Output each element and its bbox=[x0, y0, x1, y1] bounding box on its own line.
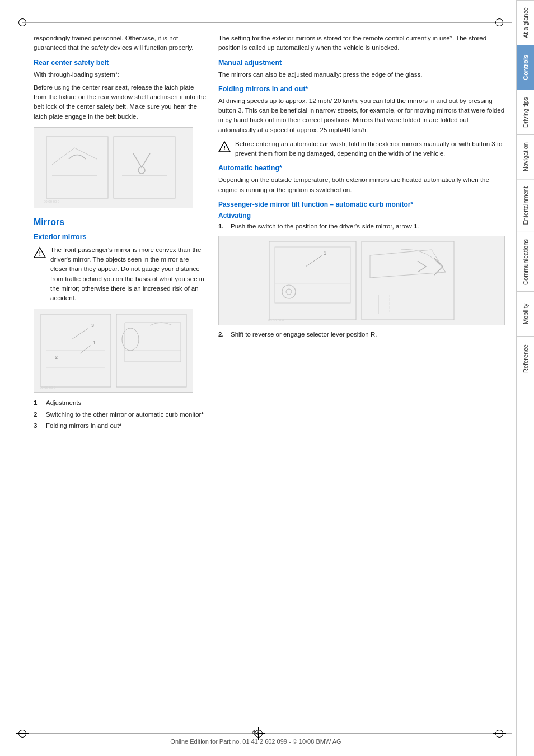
folding-warning-triangle-icon: ! bbox=[218, 141, 231, 153]
svg-text:2: 2 bbox=[55, 354, 58, 360]
tab-controls[interactable]: Controls bbox=[517, 45, 534, 90]
automatic-heating-section: Automatic heating* Depending on the outs… bbox=[218, 164, 505, 195]
svg-line-4 bbox=[74, 148, 97, 159]
manual-adjustment-heading: Manual adjustment bbox=[218, 59, 505, 67]
svg-line-14 bbox=[72, 328, 88, 339]
mirror-diagram-image: 3 1 2 00 00 00 0 bbox=[34, 309, 193, 393]
tab-communications[interactable]: Communications bbox=[517, 232, 534, 292]
tab-at-a-glance[interactable]: At a glance bbox=[517, 0, 534, 45]
rear-center-subheading: With through-loading system*: bbox=[34, 70, 207, 80]
svg-line-29 bbox=[306, 255, 322, 267]
curb-monitor-image: 1 00 00 00 0 bbox=[218, 236, 505, 325]
mirrors-heading: Mirrors bbox=[34, 217, 207, 227]
warning-triangle-icon: ! bbox=[34, 246, 46, 259]
svg-text:00 00 00 0: 00 00 00 0 bbox=[40, 386, 56, 389]
exterior-mirrors-warning-box: ! The front passenger's mirror is more c… bbox=[34, 245, 207, 304]
folding-mirrors-warning-box: ! Before entering an automatic car wash,… bbox=[218, 139, 505, 159]
svg-point-27 bbox=[282, 285, 296, 298]
passenger-mirror-section: Passenger-side mirror tilt function – au… bbox=[218, 200, 505, 340]
folding-mirrors-body: At driving speeds up to approx. 12 mph/ … bbox=[218, 96, 505, 135]
svg-point-20 bbox=[122, 328, 139, 351]
svg-rect-31 bbox=[362, 241, 454, 320]
manual-adjustment-body: The mirrors can also be adjusted manuall… bbox=[218, 70, 505, 80]
mirror-list-item-1: 1 Adjustments bbox=[34, 398, 207, 408]
safety-belt-image: 00 00 00 0 bbox=[34, 127, 193, 208]
step-2: 2. Shift to reverse or engage selector l… bbox=[218, 330, 505, 339]
activating-subheading: Activating bbox=[218, 212, 505, 220]
tab-driving-tips[interactable]: Driving tips bbox=[517, 90, 534, 134]
rear-center-safety-belt-section: Rear center safety belt With through-loa… bbox=[34, 59, 207, 122]
svg-line-3 bbox=[52, 148, 74, 165]
intro-text: respondingly trained personnel. Otherwis… bbox=[34, 34, 207, 53]
page-footer: 47 Online Edition for Part no. 01 41 2 6… bbox=[0, 728, 512, 745]
svg-point-28 bbox=[286, 289, 292, 295]
page-number: 47 bbox=[0, 728, 512, 736]
svg-rect-25 bbox=[275, 247, 350, 303]
page-container: respondingly trained personnel. Otherwis… bbox=[0, 0, 534, 756]
tab-reference[interactable]: Reference bbox=[517, 336, 534, 381]
svg-line-16 bbox=[80, 345, 91, 353]
exterior-mirrors-storage-text: The setting for the exterior mirrors is … bbox=[218, 34, 505, 53]
sidebar-tabs: At a glance Controls Driving tips Naviga… bbox=[516, 0, 534, 756]
svg-text:1: 1 bbox=[324, 250, 326, 256]
svg-text:00 00 00 0: 00 00 00 0 bbox=[44, 200, 60, 203]
exterior-mirrors-section: Exterior mirrors ! The front passenger's… bbox=[34, 233, 207, 431]
footer-text: Online Edition for Part no. 01 41 2 602 … bbox=[170, 738, 341, 745]
left-column: respondingly trained personnel. Otherwis… bbox=[34, 34, 207, 734]
svg-rect-1 bbox=[114, 137, 175, 198]
step-1: 1. Push the switch to the position for t… bbox=[218, 222, 505, 231]
tab-mobility[interactable]: Mobility bbox=[517, 291, 534, 336]
folding-mirrors-heading: Folding mirrors in and out* bbox=[218, 85, 505, 93]
svg-text:00 00 00 0: 00 00 00 0 bbox=[268, 319, 284, 322]
step-2-text: Shift to reverse or engage selector leve… bbox=[231, 330, 377, 339]
automatic-heating-heading: Automatic heating* bbox=[218, 164, 505, 172]
mirror-numbered-list: 1 Adjustments 2 Switching to the other m… bbox=[34, 398, 207, 431]
rear-center-body: Before using the center rear seat, relea… bbox=[34, 83, 207, 122]
exterior-mirrors-heading: Exterior mirrors bbox=[34, 233, 207, 241]
automatic-heating-body: Depending on the outside temperature, bo… bbox=[218, 175, 505, 195]
mirror-list-item-2: 2 Switching to the other mirror or autom… bbox=[34, 410, 207, 419]
tab-entertainment[interactable]: Entertainment bbox=[517, 179, 534, 231]
svg-text:!: ! bbox=[224, 144, 226, 151]
svg-rect-24 bbox=[269, 241, 356, 320]
tab-navigation[interactable]: Navigation bbox=[517, 134, 534, 179]
step-1-text: Push the switch to the position for the … bbox=[231, 222, 419, 231]
rear-center-heading: Rear center safety belt bbox=[34, 59, 207, 67]
right-column: The setting for the exterior mirrors is … bbox=[218, 34, 505, 734]
exterior-mirrors-warning-text: The front passenger's mirror is more con… bbox=[50, 245, 207, 304]
svg-text:!: ! bbox=[39, 250, 41, 257]
folding-mirrors-section: Folding mirrors in and out* At driving s… bbox=[218, 85, 505, 159]
folding-mirrors-warning-text: Before entering an automatic car wash, f… bbox=[235, 139, 505, 159]
main-content: respondingly trained personnel. Otherwis… bbox=[0, 0, 516, 756]
svg-text:1: 1 bbox=[93, 340, 96, 346]
svg-rect-0 bbox=[46, 137, 108, 198]
svg-text:3: 3 bbox=[91, 323, 94, 328]
passenger-mirror-heading: Passenger-side mirror tilt function – au… bbox=[218, 200, 505, 208]
mirror-list-item-3: 3 Folding mirrors in and out* bbox=[34, 421, 207, 431]
manual-adjustment-section: Manual adjustment The mirrors can also b… bbox=[218, 59, 505, 80]
